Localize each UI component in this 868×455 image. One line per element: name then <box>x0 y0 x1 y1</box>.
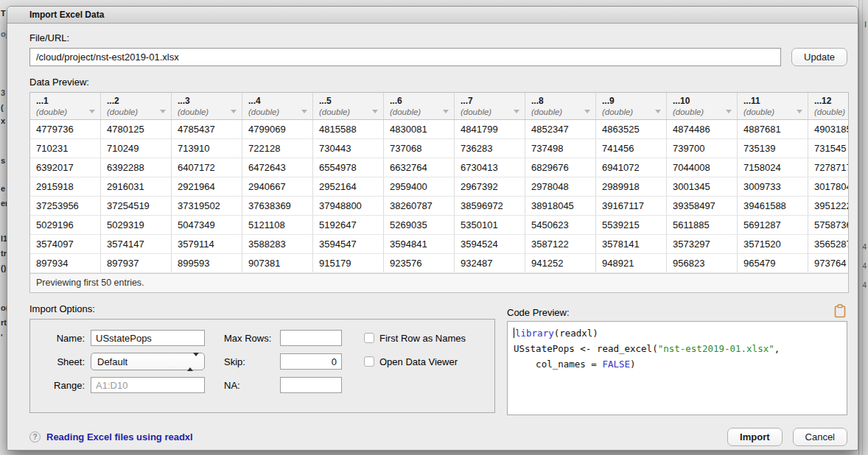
open-data-viewer-checkbox[interactable]: Open Data Viewer <box>364 356 458 367</box>
preview-table[interactable]: ...1(double)...2(double)...3(double)...4… <box>29 92 849 293</box>
range-input[interactable] <box>91 377 205 393</box>
table-cell: 4785437 <box>172 120 242 138</box>
table-cell: 710231 <box>30 139 101 158</box>
column-name: ...12 <box>814 95 848 107</box>
name-input[interactable] <box>91 330 205 346</box>
cancel-button[interactable]: Cancel <box>793 428 847 446</box>
first-row-as-names-checkbox[interactable]: First Row as Names <box>364 333 466 344</box>
table-cell: 2921964 <box>172 177 242 196</box>
table-cell: 3565287 <box>808 235 848 253</box>
column-header[interactable]: ...1(double) <box>30 93 101 119</box>
table-cell: 3594841 <box>384 235 455 253</box>
background-text-fragment: 4 <box>862 281 867 289</box>
background-text-fragment: rt <box>1 318 7 327</box>
dialog-titlebar[interactable]: Import Excel Data <box>7 7 858 24</box>
column-menu-caret-icon[interactable] <box>514 110 519 113</box>
column-menu-caret-icon[interactable] <box>160 110 166 113</box>
column-name: ...4 <box>248 95 308 107</box>
column-header[interactable]: ...5(double) <box>313 93 384 119</box>
max-rows-input[interactable] <box>280 330 342 346</box>
column-menu-caret-icon[interactable] <box>89 110 95 113</box>
table-cell: 38596972 <box>455 197 525 215</box>
column-name: ...7 <box>461 95 520 107</box>
na-label: NA: <box>224 380 280 391</box>
update-button[interactable]: Update <box>791 48 847 66</box>
table-cell: 37254519 <box>101 197 172 215</box>
column-menu-caret-icon[interactable] <box>301 110 307 113</box>
column-header[interactable]: ...4(double) <box>242 93 313 119</box>
table-cell: 2967392 <box>455 177 525 196</box>
table-row: 6392017639228864071726472643655497866327… <box>30 158 848 177</box>
column-menu-caret-icon[interactable] <box>443 110 449 113</box>
background-text-fragment: 4 <box>862 243 867 251</box>
range-label: Range: <box>39 380 85 391</box>
table-cell: 6632764 <box>384 158 455 177</box>
table-cell: 5029319 <box>101 216 172 234</box>
table-cell: 973764 <box>808 254 848 272</box>
column-menu-caret-icon[interactable] <box>584 110 590 113</box>
table-cell: 731545 <box>808 139 848 158</box>
sheet-select[interactable]: Default <box>91 353 205 370</box>
table-cell: 3017804 <box>808 177 848 196</box>
table-cell: 37638369 <box>242 197 313 215</box>
column-menu-caret-icon[interactable] <box>797 110 802 113</box>
column-header[interactable]: ...10(double) <box>667 93 738 119</box>
column-header[interactable]: ...3(double) <box>172 93 242 119</box>
background-right-strip: I444 <box>858 0 868 455</box>
column-menu-caret-icon[interactable] <box>655 110 661 113</box>
table-cell: 4863525 <box>596 120 667 138</box>
table-cell: 5047349 <box>172 216 242 234</box>
table-cell: 6472643 <box>242 158 313 177</box>
skip-input[interactable] <box>280 353 342 370</box>
name-label: Name: <box>39 333 85 344</box>
table-cell: 4887681 <box>738 120 808 138</box>
table-cell: 915179 <box>313 254 384 272</box>
table-cell: 4852347 <box>525 120 596 138</box>
code-line: library(readxl) <box>514 325 841 341</box>
code-preview-box[interactable]: library(readxl)USstatePops <- read_excel… <box>507 321 847 415</box>
table-cell: 713910 <box>172 139 242 158</box>
column-menu-caret-icon[interactable] <box>726 110 732 113</box>
na-input[interactable] <box>280 377 342 393</box>
import-options-panel: Name: Max Rows: First Row as Names Sheet… <box>29 319 495 413</box>
table-cell: 5269035 <box>384 216 455 234</box>
checkbox-icon[interactable] <box>364 356 374 367</box>
background-text-fragment: I <box>864 21 867 29</box>
table-cell: 3574097 <box>30 235 101 253</box>
table-cell: 5350101 <box>455 216 525 234</box>
column-type: (double) <box>390 107 449 118</box>
background-text-fragment: e <box>1 184 5 193</box>
column-header[interactable]: ...2(double) <box>101 93 172 119</box>
column-header[interactable]: ...12(double) <box>808 93 848 119</box>
table-cell: 941252 <box>525 254 596 272</box>
background-text-fragment: tr <box>1 249 7 258</box>
column-name: ...9 <box>602 95 662 107</box>
column-header[interactable]: ...6(double) <box>384 93 455 119</box>
column-header[interactable]: ...11(double) <box>738 93 808 119</box>
file-url-input[interactable] <box>29 48 781 66</box>
table-cell: 737068 <box>384 139 455 158</box>
help-icon[interactable]: ? <box>29 431 41 442</box>
column-menu-caret-icon[interactable] <box>372 110 378 113</box>
column-header[interactable]: ...9(double) <box>596 93 667 119</box>
table-cell: 37948800 <box>313 197 384 215</box>
file-url-label: File/URL: <box>29 32 847 43</box>
table-cell: 39461588 <box>738 197 808 215</box>
readxl-help-link[interactable]: Reading Excel files using readxl <box>46 431 193 442</box>
import-button[interactable]: Import <box>727 428 782 446</box>
preview-footer-note: Previewing first 50 entries. <box>30 273 848 292</box>
code-line: col_names = FALSE) <box>514 356 841 372</box>
column-name: ...5 <box>319 95 379 107</box>
table-cell: 737498 <box>525 139 596 158</box>
column-type: (double) <box>319 107 379 118</box>
column-header[interactable]: ...8(double) <box>525 93 596 119</box>
column-type: (double) <box>743 107 803 118</box>
clipboard-icon[interactable] <box>834 304 846 318</box>
background-text-fragment: 4 <box>862 262 867 270</box>
checkbox-icon[interactable] <box>364 333 374 343</box>
table-cell: 2978048 <box>525 177 596 196</box>
column-name: ...2 <box>107 95 167 107</box>
column-menu-caret-icon[interactable] <box>231 110 237 113</box>
column-header[interactable]: ...7(double) <box>455 93 525 119</box>
table-cell: 6829676 <box>525 158 596 177</box>
